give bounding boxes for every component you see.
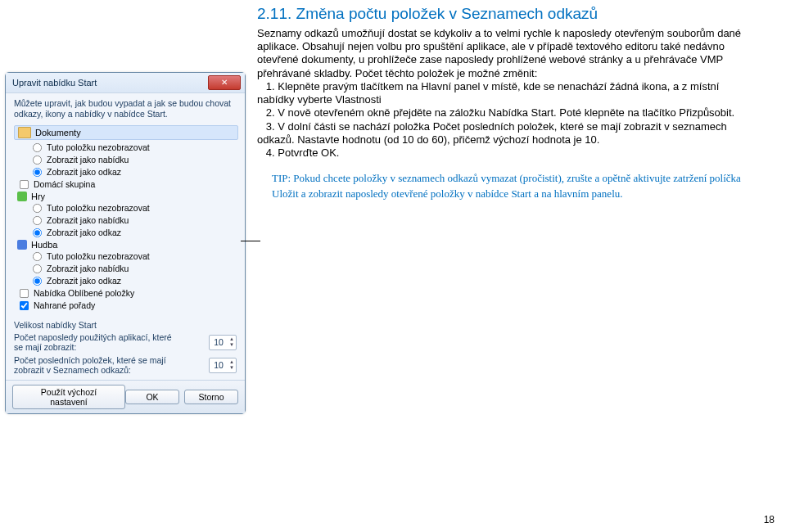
page-number: 18: [764, 514, 775, 525]
tree-section-music[interactable]: Hudba: [14, 239, 242, 250]
folder-icon: [18, 127, 31, 138]
dialog-titlebar: Upravit nabídku Start ✕: [6, 73, 245, 93]
radio-no-display[interactable]: Tuto položku nezobrazovat: [14, 142, 242, 154]
size-label: Velikost nabídky Start: [6, 317, 245, 331]
dialog-button-row: Použít výchozí nastavení OK Storno: [6, 380, 245, 413]
radio-show-menu-3[interactable]: Zobrazit jako nabídku: [14, 263, 242, 275]
radio-no-display-2[interactable]: Tuto položku nezobrazovat: [14, 202, 242, 214]
defaults-button[interactable]: Použít výchozí nastavení: [12, 385, 125, 409]
spinner-arrows-icon[interactable]: ▲▼: [228, 359, 236, 371]
dialog-intro: Můžete upravit, jak budou vypadat a jak …: [6, 93, 245, 122]
recent-items-label: Počet posledních položek, které se mají …: [14, 355, 182, 375]
radio-show-link-2[interactable]: Zobrazit jako odkaz: [14, 227, 242, 239]
step-1: 1. Klepněte pravým tlačítkem na Hlavní p…: [257, 80, 753, 107]
intro-paragraph: Seznamy odkazů umožňují dostat se kdykol…: [257, 27, 753, 80]
check-fav-menu[interactable]: Nabídka Oblíbené položky: [14, 287, 242, 300]
tree-section-docs[interactable]: Dokumenty: [14, 125, 238, 140]
music-icon: [17, 240, 27, 250]
ok-button[interactable]: OK: [125, 390, 179, 404]
dialog-title: Upravit nabídku Start: [12, 78, 97, 88]
cancel-button[interactable]: Storno: [184, 390, 238, 404]
radio-show-link[interactable]: Zobrazit jako odkaz: [14, 166, 242, 178]
recent-apps-row: Počet naposledy použitých aplikací, kter…: [6, 331, 245, 354]
step-4: 4. Potvrďte OK.: [257, 147, 753, 160]
radio-show-menu-2[interactable]: Zobrazit jako nabídku: [14, 214, 242, 227]
article-body: 2.11. Změna počtu položek v Seznamech od…: [251, 5, 753, 524]
step-3: 3. V dolní části se nachází položka Poče…: [257, 120, 753, 147]
spinner-arrows-icon[interactable]: ▲▼: [228, 336, 236, 348]
recent-items-row: Počet posledních položek, které se mají …: [6, 354, 245, 376]
step-2: 2. V nově otevřeném okně přejděte na zál…: [257, 106, 753, 119]
section-title: 2.11. Změna počtu položek v Seznamech od…: [257, 5, 753, 24]
callout-line: [241, 241, 260, 241]
check-recorded[interactable]: Nahrané pořady: [14, 300, 242, 312]
games-icon: [17, 192, 27, 201]
tip-paragraph: TIP: Pokud chcete položky v seznamech od…: [272, 171, 753, 202]
dialog-tree: Dokumenty Tuto položku nezobrazovat Zobr…: [6, 122, 245, 317]
tree-label: Dokumenty: [35, 128, 81, 138]
recent-apps-label: Počet naposledy použitých aplikací, kter…: [14, 332, 182, 352]
check-homegroup[interactable]: Domácí skupina: [14, 178, 242, 191]
recent-apps-spinner[interactable]: 10 ▲▼: [209, 335, 237, 350]
radio-show-link-3[interactable]: Zobrazit jako odkaz: [14, 275, 242, 287]
tree-section-games[interactable]: Hry: [14, 191, 242, 202]
recent-items-spinner[interactable]: 10 ▲▼: [209, 358, 237, 373]
close-icon[interactable]: ✕: [208, 75, 241, 90]
radio-no-display-3[interactable]: Tuto položku nezobrazovat: [14, 250, 242, 263]
radio-show-menu[interactable]: Zobrazit jako nabídku: [14, 154, 242, 166]
dialog-customize-start: Upravit nabídku Start ✕ Můžete upravit, …: [5, 72, 246, 414]
